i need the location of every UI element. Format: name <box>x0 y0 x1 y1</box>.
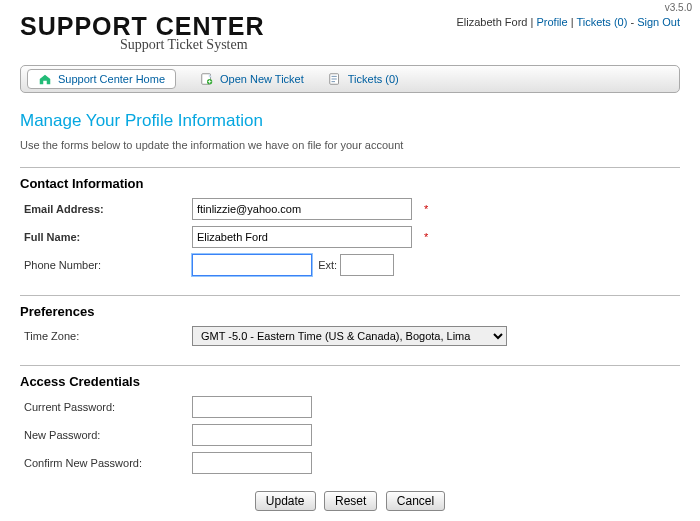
label-new-pw: New Password: <box>20 421 188 449</box>
label-email: Email Address: <box>24 203 104 215</box>
input-current-pw[interactable] <box>192 396 312 418</box>
reset-button[interactable]: Reset <box>324 491 377 511</box>
logo-subtitle: Support Ticket System <box>120 37 680 53</box>
input-fullname[interactable] <box>192 226 412 248</box>
contact-form: Email Address: * Full Name: * Phone Numb… <box>20 195 432 279</box>
home-icon <box>38 72 52 86</box>
input-phone[interactable] <box>192 254 312 276</box>
button-bar: Update Reset Cancel <box>20 491 680 511</box>
tickets-icon <box>328 72 342 86</box>
prefs-form: Time Zone: GMT -5.0 - Eastern Time (US &… <box>20 323 511 349</box>
creds-form: Current Password: New Password: Confirm … <box>20 393 316 477</box>
user-bar: Elizabeth Ford | Profile | Tickets (0) -… <box>457 16 680 28</box>
section-creds-title: Access Credentials <box>20 374 680 389</box>
section-prefs-title: Preferences <box>20 304 680 319</box>
label-confirm-pw: Confirm New Password: <box>20 449 188 477</box>
cancel-button[interactable]: Cancel <box>386 491 445 511</box>
section-contact-title: Contact Information <box>20 176 680 191</box>
page-title: Manage Your Profile Information <box>20 111 680 131</box>
divider <box>20 365 680 366</box>
divider <box>20 167 680 168</box>
label-ext: Ext: <box>318 259 337 271</box>
label-fullname: Full Name: <box>24 231 80 243</box>
label-timezone: Time Zone: <box>20 323 188 349</box>
current-user-name: Elizabeth Ford <box>457 16 528 28</box>
new-ticket-icon <box>200 72 214 86</box>
nav-tickets[interactable]: Tickets (0) <box>328 72 399 86</box>
page-subtitle: Use the forms below to update the inform… <box>20 139 680 151</box>
input-confirm-pw[interactable] <box>192 452 312 474</box>
divider <box>20 295 680 296</box>
version-label: v3.5.0 <box>665 2 692 13</box>
update-button[interactable]: Update <box>255 491 316 511</box>
link-signout[interactable]: Sign Out <box>637 16 680 28</box>
required-fullname: * <box>424 231 428 243</box>
link-tickets[interactable]: Tickets (0) <box>576 16 630 28</box>
input-ext[interactable] <box>340 254 394 276</box>
label-phone: Phone Number: <box>20 251 188 279</box>
input-email[interactable] <box>192 198 412 220</box>
label-current-pw: Current Password: <box>20 393 188 421</box>
required-email: * <box>424 203 428 215</box>
input-new-pw[interactable] <box>192 424 312 446</box>
link-profile[interactable]: Profile <box>536 16 567 28</box>
nav-home[interactable]: Support Center Home <box>27 69 176 89</box>
navbar: Support Center Home Open New Ticket Tick… <box>20 65 680 93</box>
select-timezone[interactable]: GMT -5.0 - Eastern Time (US & Canada), B… <box>192 326 507 346</box>
nav-open-ticket[interactable]: Open New Ticket <box>200 72 304 86</box>
